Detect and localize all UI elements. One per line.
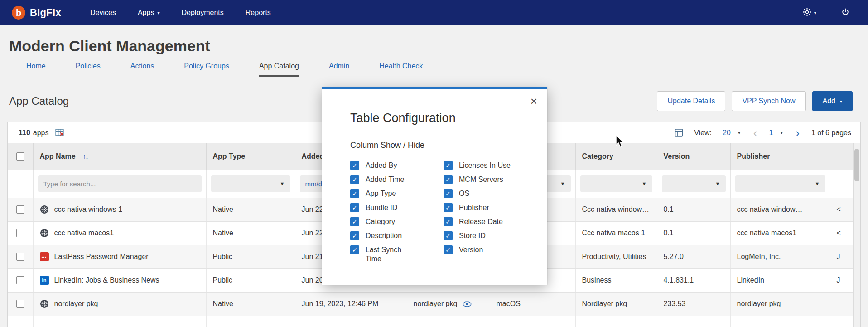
app-name: ccc nativa windows 1 <box>54 205 122 214</box>
checkbox-licenses-in-use[interactable]: ✓ <box>444 161 453 170</box>
app-name-cell: ccc nativa macos1 <box>33 221 206 245</box>
row-checkbox[interactable] <box>16 229 24 237</box>
publisher-cell: LogMeIn, Inc. <box>730 245 830 268</box>
logout-button[interactable] <box>841 8 850 18</box>
tab-policy-groups[interactable]: Policy Groups <box>184 62 229 77</box>
main-nav: DevicesApps▾DeploymentsReports <box>90 9 271 17</box>
column-header-type[interactable]: App Type <box>206 143 295 170</box>
next-page-button[interactable]: › <box>795 127 800 139</box>
page-title: Modern Client Management <box>0 25 868 60</box>
nav-item-deployments[interactable]: Deployments <box>181 9 223 17</box>
previous-page-button[interactable]: ‹ <box>752 127 758 139</box>
checkbox-publisher[interactable]: ✓ <box>444 203 453 212</box>
checkbox-category[interactable]: ✓ <box>350 217 359 226</box>
vpp-synch-now-button[interactable]: VPP Synch Now <box>732 91 805 111</box>
row-checkbox[interactable] <box>16 276 24 284</box>
app-name-cell: nordlayer pkg <box>33 292 206 316</box>
checkbox-last-synch-time[interactable]: ✓ <box>350 245 359 254</box>
sort-icon[interactable]: ↑↓ <box>83 152 88 160</box>
category-cell: Ccc nativa window… <box>575 198 657 221</box>
app-count: 110 apps <box>19 129 49 137</box>
checkbox-version[interactable]: ✓ <box>444 245 453 254</box>
column-header-name[interactable]: App Name↑↓ <box>33 143 206 170</box>
nav-item-label: Deployments <box>181 9 223 17</box>
row-checkbox[interactable] <box>16 253 24 261</box>
column-option-label: Added By <box>366 161 397 170</box>
settings-button[interactable]: ▾ <box>802 7 816 18</box>
app-type-cell: Native <box>206 221 295 245</box>
checkbox-os[interactable]: ✓ <box>444 189 453 198</box>
column-header-cat[interactable]: Category <box>575 143 657 170</box>
checkbox-added-time[interactable]: ✓ <box>350 175 359 184</box>
add-button[interactable]: Add ▾ <box>812 91 853 111</box>
column-header-pub[interactable]: Publisher <box>730 143 830 170</box>
nav-item-apps[interactable]: Apps▾ <box>138 9 160 17</box>
close-icon[interactable]: × <box>528 95 540 107</box>
view-description-icon[interactable] <box>463 301 472 307</box>
filter-cell-type: ▼ <box>206 170 295 198</box>
type-filter-select[interactable]: ▼ <box>211 175 290 192</box>
update-details-button[interactable]: Update Details <box>657 91 725 111</box>
checkbox-added-by[interactable]: ✓ <box>350 161 359 170</box>
column-option-label: Version <box>459 245 483 254</box>
tab-app-catalog[interactable]: App Catalog <box>259 62 299 77</box>
column-option-label: App Type <box>366 189 396 198</box>
chevron-down-icon: ▾ <box>157 10 159 15</box>
chevron-down-icon: ▼ <box>715 181 720 186</box>
tab-policies[interactable]: Policies <box>76 62 101 77</box>
top-navbar: b BigFix DevicesApps▾DeploymentsReports … <box>0 0 868 25</box>
category-cell: Nordlayer pkg <box>575 292 657 316</box>
vertical-scrollbar[interactable] <box>853 143 860 327</box>
row-checkbox[interactable] <box>16 205 24 214</box>
empty-cell <box>657 316 730 327</box>
navbar-actions: ▾ <box>802 7 850 18</box>
column-option-store-id: ✓Store ID <box>444 231 534 240</box>
empty-cell <box>490 316 575 327</box>
extra-cell: < <box>830 198 853 221</box>
view-label: View: <box>694 129 712 137</box>
linkedin-app-icon: in <box>40 276 49 285</box>
row-checkbox[interactable] <box>16 300 24 308</box>
nav-item-devices[interactable]: Devices <box>90 9 116 17</box>
page-number-select[interactable]: 1 ▼ <box>769 129 784 137</box>
checkbox-mcm-servers[interactable]: ✓ <box>444 175 453 184</box>
app-name-wrap: nordlayer pkg <box>40 299 200 308</box>
checkbox-description[interactable]: ✓ <box>350 231 359 240</box>
ver-filter-select[interactable]: ▼ <box>662 175 726 192</box>
column-header-ver[interactable]: Version <box>657 143 730 170</box>
tab-admin[interactable]: Admin <box>329 62 349 77</box>
select-all-checkbox[interactable] <box>16 152 24 161</box>
app-count-number: 110 <box>19 129 30 137</box>
modal-subtitle: Column Show / Hide <box>350 141 547 150</box>
cat-filter-select[interactable]: ▼ <box>580 175 652 192</box>
page-size-select[interactable]: 20 ▼ <box>723 129 742 137</box>
modal-title: Table Configuration <box>350 111 547 125</box>
app-name-wrap: ccc nativa macos1 <box>40 229 200 238</box>
checkbox-release-date[interactable]: ✓ <box>444 217 453 226</box>
app-icon <box>40 229 49 238</box>
table-configuration-icon[interactable] <box>675 128 683 137</box>
section-actions: Update Details VPP Synch Now Add ▾ <box>657 91 853 111</box>
nav-item-label: Devices <box>90 9 116 17</box>
scrollbar-thumb[interactable] <box>854 149 859 181</box>
search-filter-input[interactable] <box>38 175 202 192</box>
tab-health-check[interactable]: Health Check <box>379 62 423 77</box>
checkbox-store-id[interactable]: ✓ <box>444 231 453 240</box>
checkbox-app-type[interactable]: ✓ <box>350 189 359 198</box>
tab-actions[interactable]: Actions <box>130 62 154 77</box>
column-header-extra <box>830 143 853 170</box>
row-select-cell <box>8 268 33 292</box>
app-name: LastPass Password Manager <box>54 253 149 261</box>
column-option-app-type: ✓App Type <box>350 189 444 198</box>
column-option-bundle-id: ✓Bundle ID <box>350 203 444 212</box>
checkbox-bundle-id[interactable]: ✓ <box>350 203 359 212</box>
bigfix-logo[interactable]: b BigFix <box>12 6 61 20</box>
page-number-value: 1 <box>769 129 773 137</box>
nav-item-reports[interactable]: Reports <box>246 9 271 17</box>
chevron-down-icon: ▼ <box>815 181 820 186</box>
pub-filter-select[interactable]: ▼ <box>735 175 825 192</box>
version-cell: 0.1 <box>657 198 730 221</box>
filter-cell-pub: ▼ <box>730 170 830 198</box>
tab-home[interactable]: Home <box>26 62 46 77</box>
export-table-icon[interactable] <box>55 128 64 137</box>
